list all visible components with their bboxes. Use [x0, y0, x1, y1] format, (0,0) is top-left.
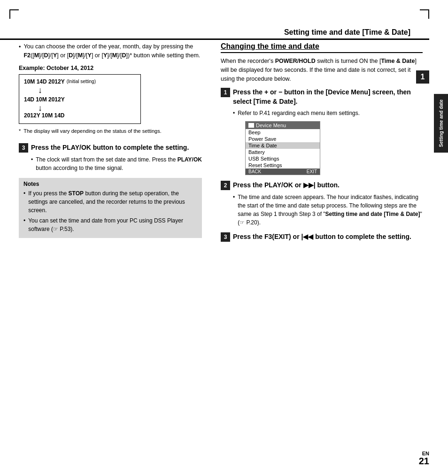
corner-decoration-tl	[9, 9, 19, 19]
bullet-icon: •	[233, 109, 235, 117]
notes-label: Notes	[23, 181, 197, 187]
step2-bullet: • The time and date screen appears. The …	[233, 193, 423, 227]
device-menu-title: Device Menu	[246, 122, 320, 129]
date-row-1: 10M 14D 2012Y (Initial setting)	[24, 78, 136, 85]
intro-bullet: • You can choose the order of the year, …	[19, 42, 202, 60]
bullet-icon: •	[19, 43, 21, 52]
section-heading: Changing the time and date	[221, 42, 423, 53]
menu-icon	[248, 123, 254, 128]
step3-text: Press the PLAY/OK button to complete the…	[31, 143, 189, 153]
corner-decoration-tr	[420, 9, 429, 19]
step3-right-heading: 3 Press the F3(EXIT) or |◀◀ button to co…	[221, 232, 423, 242]
bullet-icon: •	[31, 155, 33, 164]
page-number: 21	[419, 456, 429, 467]
note2: • You can set the time and date from you…	[23, 216, 197, 233]
step3-number: 3	[19, 143, 28, 153]
menu-exit-label: EXIT	[307, 169, 317, 174]
date-2: 14D 10M 2012Y	[24, 96, 65, 103]
date-diagram: 10M 14D 2012Y (Initial setting) ↓ 14D 10…	[19, 74, 141, 124]
bullet-icon: •	[23, 189, 25, 198]
step2-text: Press the PLAY/OK or ▶▶| button.	[233, 181, 340, 190]
example-label: Example: October 14, 2012	[19, 65, 202, 71]
date-row-2: 14D 10M 2012Y	[24, 96, 136, 103]
bullet-icon: •	[233, 193, 235, 201]
menu-back-label: BACK	[248, 169, 261, 174]
notes-box: Notes • If you press the STOP button dur…	[19, 178, 202, 238]
intro-text: You can choose the order of the year, mo…	[23, 42, 202, 60]
menu-item-beep: Beep	[246, 129, 320, 136]
arrow-down-1: ↓	[38, 86, 136, 94]
step2-content: • The time and date screen appears. The …	[233, 193, 423, 227]
step1-heading: 1 Press the + or − button in the [Device…	[221, 88, 423, 106]
right-column: Changing the time and date When the reco…	[221, 42, 423, 245]
menu-item-battery: Battery	[246, 149, 320, 155]
step1-number: 1	[221, 88, 230, 97]
device-menu-footer: BACK EXIT	[246, 169, 320, 175]
arrow-down-2: ↓	[38, 104, 136, 112]
page-header: Setting time and date [Time & Date]	[0, 28, 429, 40]
step3-right-text: Press the F3(EXIT) or |◀◀ button to comp…	[233, 232, 411, 242]
step2-number: 2	[221, 181, 230, 190]
page-title: Setting time and date [Time & Date]	[284, 28, 410, 37]
menu-item-timedate: Time & Date	[246, 142, 320, 149]
step1-bullet: • Refer to P.41 regarding each menu item…	[233, 109, 423, 117]
step3-heading: 3 Press the PLAY/OK button to complete t…	[19, 143, 202, 153]
device-menu-items: Beep Power Save Time & Date Battery USB …	[246, 129, 320, 169]
bullet-icon: •	[23, 216, 25, 225]
side-tab: Setting time and date	[434, 94, 448, 153]
step3-content: • The clock will start from the set date…	[31, 155, 202, 172]
step3-right-number: 3	[221, 232, 230, 242]
menu-item-usb: USB Settings	[246, 155, 320, 162]
date-3: 2012Y 10M 14D	[24, 112, 65, 119]
step1-content: • Refer to P.41 regarding each menu item…	[233, 109, 423, 175]
menu-item-reset: Reset Settings	[246, 162, 320, 169]
date-row-3: 2012Y 10M 14D	[24, 112, 136, 119]
step2-heading: 2 Press the PLAY/OK or ▶▶| button.	[221, 181, 423, 190]
left-column: • You can choose the order of the year, …	[19, 42, 202, 243]
date-initial-label: (Initial setting)	[67, 79, 96, 84]
step3-bullet1: • The clock will start from the set date…	[31, 155, 202, 172]
step1-text: Press the + or − button in the [Device M…	[233, 88, 423, 106]
section-intro: When the recorder's POWER/HOLD switch is…	[221, 57, 423, 83]
footnote: * The display will vary depending on the…	[19, 128, 202, 135]
note1: • If you press the STOP button during th…	[23, 189, 197, 215]
date-initial-text: 10M 14D 2012Y	[24, 78, 65, 85]
device-menu-screenshot: Device Menu Beep Power Save Time & Date …	[245, 121, 320, 175]
menu-item-powersave: Power Save	[246, 136, 320, 142]
